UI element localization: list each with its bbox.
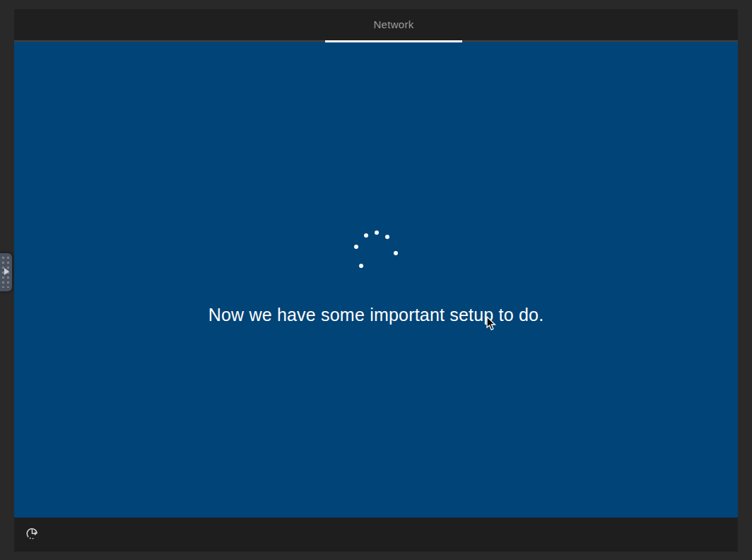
ease-of-access-button[interactable] bbox=[24, 527, 40, 542]
spinner-dot bbox=[364, 233, 368, 238]
spinner-dot bbox=[354, 245, 358, 249]
spinner-dot bbox=[394, 251, 398, 255]
spinner-dot bbox=[359, 264, 363, 268]
oobe-header-bar: Network bbox=[14, 9, 738, 40]
windows-loading-spinner bbox=[14, 42, 738, 518]
setup-status-heading: Now we have some important setup to do. bbox=[14, 305, 738, 325]
guest-screen: Network Now we have some important setup… bbox=[14, 9, 738, 552]
tab-network-underline bbox=[325, 40, 462, 42]
oobe-main-area: Now we have some important setup to do. bbox=[14, 42, 738, 518]
tab-network[interactable]: Network bbox=[373, 18, 413, 30]
spinner-dot bbox=[375, 231, 379, 235]
spinner-dot bbox=[385, 235, 389, 239]
sidebar-reveal-handle[interactable] bbox=[0, 253, 12, 291]
ease-of-access-icon bbox=[25, 527, 39, 543]
vm-viewer-frame: Network Now we have some important setup… bbox=[0, 0, 752, 560]
oobe-footer-bar bbox=[14, 518, 738, 552]
chevron-right-icon bbox=[4, 268, 9, 275]
